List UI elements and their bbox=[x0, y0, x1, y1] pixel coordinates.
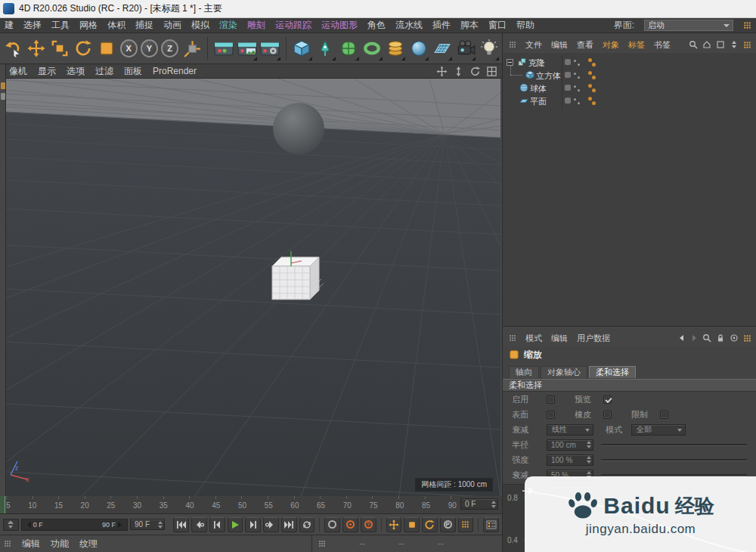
track-list-button[interactable] bbox=[483, 517, 499, 532]
timeline-ruler[interactable]: 510 1520 2530 3540 4550 5560 6570 7580 8… bbox=[0, 496, 502, 514]
object-name[interactable]: 球体 bbox=[530, 83, 547, 95]
menu-item-tools[interactable]: 工具 bbox=[51, 19, 70, 32]
menu-item-select[interactable]: 选择 bbox=[23, 19, 42, 32]
previous-key-button[interactable] bbox=[191, 517, 207, 532]
panel-menu-icon[interactable] bbox=[743, 21, 751, 29]
radius-slider[interactable] bbox=[601, 444, 747, 446]
render-picture-viewer-button[interactable] bbox=[236, 36, 258, 61]
object-row-sphere[interactable]: 球体 bbox=[503, 82, 756, 95]
menu-item-window[interactable]: 窗口 bbox=[488, 19, 507, 32]
menu-item-create[interactable]: 建 bbox=[5, 19, 14, 32]
om-menu-view[interactable]: 查看 bbox=[577, 39, 593, 51]
tab-soft-selection[interactable]: 柔和选择 bbox=[589, 366, 636, 378]
modifier-button[interactable] bbox=[385, 36, 407, 61]
stepper-arrows-icon[interactable] bbox=[585, 456, 591, 464]
mode-dropdown[interactable]: 全部 bbox=[631, 424, 686, 436]
loop-mode-button[interactable] bbox=[299, 517, 315, 532]
sphere-object[interactable] bbox=[273, 103, 324, 154]
volume-button[interactable] bbox=[407, 36, 429, 61]
tag-dot[interactable] bbox=[574, 85, 576, 88]
tab-axis[interactable]: 轴向 bbox=[509, 366, 539, 378]
viewport-menu-filter[interactable]: 过滤 bbox=[95, 65, 113, 78]
tag-dot[interactable] bbox=[574, 60, 576, 62]
rotate-view-icon[interactable] bbox=[469, 66, 481, 77]
timeline-playhead[interactable] bbox=[0, 496, 5, 513]
layer-chip[interactable] bbox=[565, 72, 571, 78]
record-pla-toggle[interactable] bbox=[458, 517, 474, 532]
play-button[interactable] bbox=[228, 517, 243, 532]
current-frame-field[interactable]: 0 F bbox=[460, 498, 498, 510]
editor-visibility-dot[interactable] bbox=[588, 97, 592, 101]
cube-primitive-button[interactable] bbox=[291, 36, 313, 61]
om-menu-file[interactable]: 文件 bbox=[525, 39, 542, 51]
viewport-menu-options[interactable]: 选项 bbox=[67, 65, 85, 78]
render-visibility-dot[interactable] bbox=[592, 101, 596, 105]
toggle-view-layout-icon[interactable] bbox=[486, 66, 497, 77]
panel-menu-icon[interactable] bbox=[743, 41, 751, 49]
z-axis-lock-button[interactable]: Z bbox=[161, 39, 178, 57]
camera-button[interactable] bbox=[454, 36, 476, 61]
menu-item-animate[interactable]: 动画 bbox=[163, 19, 181, 32]
am-menu-userdata[interactable]: 用户数据 bbox=[577, 333, 610, 344]
pan-view-icon[interactable] bbox=[436, 66, 448, 77]
lock-icon[interactable] bbox=[716, 333, 725, 343]
record-scale-toggle[interactable] bbox=[404, 517, 420, 532]
render-settings-button[interactable] bbox=[259, 36, 281, 61]
rotate-tool-button[interactable] bbox=[73, 36, 94, 61]
preview-checkbox[interactable] bbox=[603, 395, 612, 404]
search-icon[interactable] bbox=[702, 333, 711, 343]
updown-icon[interactable] bbox=[730, 40, 739, 49]
om-menu-edit[interactable]: 编辑 bbox=[551, 39, 568, 51]
strength-slider[interactable] bbox=[601, 459, 747, 461]
menu-item-snap[interactable]: 捕捉 bbox=[135, 19, 153, 32]
frame-icon[interactable] bbox=[716, 40, 725, 49]
surface-checkbox[interactable] bbox=[547, 411, 555, 419]
last-tool-button[interactable] bbox=[96, 36, 118, 61]
object-name[interactable]: 克隆 bbox=[528, 57, 545, 69]
stepper-arrows-icon[interactable] bbox=[490, 501, 496, 508]
menu-item-character[interactable]: 角色 bbox=[367, 19, 386, 32]
enable-checkbox[interactable] bbox=[547, 395, 555, 404]
panel-menu-icon[interactable] bbox=[4, 540, 11, 547]
object-row-cube[interactable]: 立方体 bbox=[503, 69, 756, 82]
previous-frame-button[interactable] bbox=[209, 517, 225, 532]
editor-visibility-dot[interactable] bbox=[588, 71, 592, 75]
goto-end-button[interactable] bbox=[281, 517, 297, 532]
title-bar[interactable]: 4D R20.026 Studio (RC - R20) - [未标题 1 *]… bbox=[0, 0, 756, 18]
material-menu-function[interactable]: 功能 bbox=[51, 538, 69, 550]
menu-item-mograph[interactable]: 运动图形 bbox=[321, 19, 358, 32]
tag-dot[interactable] bbox=[574, 73, 576, 75]
editor-visibility-dot[interactable] bbox=[588, 84, 592, 88]
record-keyframe-button[interactable] bbox=[324, 517, 340, 532]
cube-object[interactable] bbox=[272, 251, 324, 299]
material-menu-edit[interactable]: 编辑 bbox=[22, 538, 40, 550]
record-position-toggle[interactable] bbox=[386, 517, 402, 532]
search-icon[interactable] bbox=[689, 40, 698, 49]
goto-start-button[interactable] bbox=[173, 517, 189, 532]
falloff-dropdown[interactable]: 线性 bbox=[547, 424, 593, 436]
scale-tool-button[interactable] bbox=[49, 36, 71, 61]
eraser-checkbox[interactable] bbox=[603, 411, 612, 419]
interface-dropdown[interactable]: 启动 bbox=[644, 20, 733, 31]
viewport[interactable]: z x 网格间距 : 1000 cm bbox=[6, 79, 500, 496]
om-menu-bookmarks[interactable]: 书签 bbox=[654, 39, 671, 51]
next-key-button[interactable] bbox=[263, 517, 279, 532]
range-left-arrow-icon[interactable] bbox=[24, 522, 31, 528]
history-forward-icon[interactable] bbox=[690, 334, 698, 342]
viewport-menu-display[interactable]: 显示 bbox=[38, 65, 56, 78]
menu-item-help[interactable]: 帮助 bbox=[516, 19, 534, 32]
tag-dot[interactable] bbox=[578, 102, 580, 104]
section-header-soft-selection[interactable]: 柔和选择 bbox=[503, 379, 756, 392]
menu-item-simulate[interactable]: 模拟 bbox=[191, 19, 209, 32]
menu-item-motion-tracker[interactable]: 运动跟踪 bbox=[275, 19, 311, 32]
viewport-menu-prorender[interactable]: ProRender bbox=[153, 66, 197, 76]
material-menu-texture[interactable]: 纹理 bbox=[79, 538, 98, 550]
target-icon[interactable] bbox=[730, 333, 739, 343]
menu-item-sculpt[interactable]: 雕刻 bbox=[247, 19, 265, 32]
object-name[interactable]: 平面 bbox=[530, 96, 547, 107]
record-parameter-toggle[interactable]: P bbox=[440, 517, 456, 532]
viewport-menu-camera[interactable]: 像机 bbox=[9, 65, 27, 78]
light-button[interactable] bbox=[478, 36, 500, 61]
coordinate-system-button[interactable] bbox=[181, 36, 203, 61]
layer-chip[interactable] bbox=[565, 85, 571, 91]
